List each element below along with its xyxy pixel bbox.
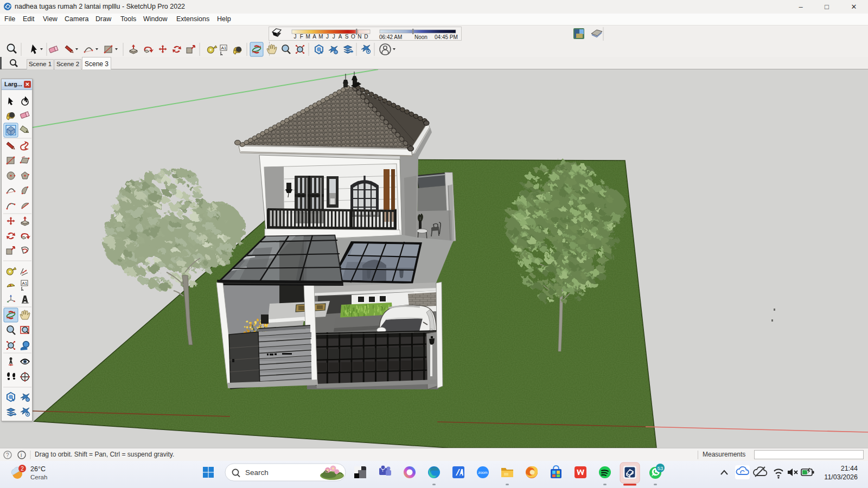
svg-text:i: i [21, 452, 22, 458]
svg-text:26°C: 26°C [30, 465, 46, 473]
svg-text:zoom: zoom [478, 471, 487, 474]
svg-text:21:44: 21:44 [841, 465, 858, 472]
svg-text:Search: Search [245, 468, 269, 477]
svg-text:53: 53 [658, 465, 663, 471]
svg-text:A1: A1 [22, 281, 28, 286]
svg-text:11/03/2026: 11/03/2026 [824, 473, 858, 481]
svg-text:A1: A1 [221, 46, 227, 50]
svg-text:Cerah: Cerah [30, 474, 47, 480]
svg-text:?: ? [6, 452, 9, 458]
svg-text:T: T [381, 468, 384, 473]
svg-text:2: 2 [21, 466, 24, 472]
